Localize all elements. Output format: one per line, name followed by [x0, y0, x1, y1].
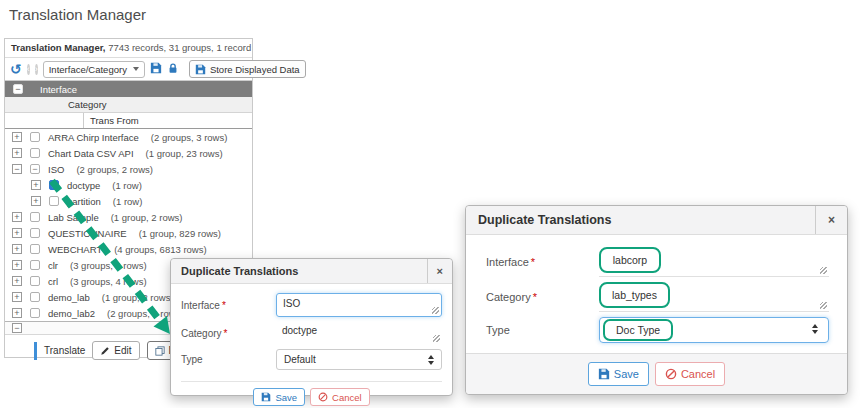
row-checkbox[interactable] — [30, 244, 40, 254]
expander-icon[interactable]: + — [12, 228, 22, 238]
tree-row[interactable]: + Lab Sample (1 group, 2 rows) — [5, 209, 252, 225]
expander-icon[interactable]: + — [12, 292, 22, 302]
cancel-label: Cancel — [332, 392, 362, 403]
type-field-label: Type — [181, 354, 276, 365]
interface-value: labcorp — [613, 254, 647, 266]
view-mode-select[interactable]: Interface/Category — [43, 61, 145, 78]
translate-button[interactable]: Translate — [34, 342, 85, 360]
category-value: lab_types — [612, 289, 657, 301]
row-checkbox[interactable] — [30, 292, 40, 302]
category-textarea[interactable]: doctype — [276, 325, 442, 341]
row-checkbox[interactable] — [30, 132, 40, 142]
checkbox-column-spacer — [5, 113, 84, 128]
tree-row[interactable]: + WEBCHART (4 groups, 6813 rows) — [5, 241, 252, 257]
required-marker: * — [531, 256, 535, 268]
type-select[interactable]: Doc Type — [599, 317, 829, 343]
highlight-ring: Doc Type — [603, 319, 673, 341]
save-button[interactable]: Save — [588, 362, 649, 386]
category-field-row: Category* lab_types — [486, 282, 829, 312]
interface-textarea[interactable]: labcorp — [599, 247, 829, 277]
row-checkbox[interactable]: − — [30, 164, 40, 174]
cancel-button[interactable]: Cancel — [655, 362, 725, 386]
store-displayed-data-button[interactable]: Store Displayed Data — [189, 60, 306, 78]
row-label: doctype — [67, 180, 100, 191]
resize-grip-icon[interactable] — [433, 335, 440, 342]
resize-grip-icon[interactable] — [820, 302, 827, 309]
row-label: demo_lab — [48, 292, 90, 303]
type-value: Doc Type — [616, 324, 660, 336]
resize-grip-icon[interactable] — [432, 307, 439, 314]
dialog-title: Duplicate Translations — [171, 259, 427, 283]
lock-icon[interactable] — [167, 62, 179, 76]
row-label: clr — [48, 260, 58, 271]
expander-icon[interactable]: + — [12, 244, 22, 254]
cancel-button[interactable]: Cancel — [310, 388, 370, 406]
row-checkbox[interactable] — [30, 276, 40, 286]
interface-value: ISO — [283, 298, 300, 309]
row-label: WEBCHART — [48, 244, 102, 255]
expander-icon[interactable]: + — [12, 148, 22, 158]
resize-grip-icon[interactable] — [820, 267, 827, 274]
expander-icon[interactable]: + — [12, 260, 22, 270]
tree-row[interactable]: + Chart Data CSV API (1 group, 23 rows) — [5, 145, 252, 161]
required-marker: * — [533, 291, 537, 303]
prev-icon[interactable]: ‹ — [27, 64, 30, 75]
row-checkbox[interactable] — [30, 228, 40, 238]
close-icon[interactable]: × — [815, 206, 847, 234]
expander-icon[interactable]: + — [12, 276, 22, 286]
row-meta: (1 row) — [112, 180, 142, 191]
row-label: crl — [48, 276, 58, 287]
row-meta: (1 group, 829 rows) — [139, 228, 221, 239]
row-checkbox[interactable]: ✓ — [49, 180, 59, 190]
row-checkbox[interactable] — [30, 212, 40, 222]
row-meta: (1 group, 2 rows) — [102, 292, 174, 303]
close-icon[interactable]: × — [427, 259, 452, 283]
edit-label: Edit — [114, 345, 131, 356]
expander-icon[interactable]: + — [31, 196, 41, 206]
interface-textarea[interactable]: ISO — [276, 293, 442, 317]
refresh-icon[interactable]: ↺ — [10, 63, 22, 75]
screen: Translation Manager Translation Manager,… — [0, 0, 860, 408]
row-label: Chart Data CSV API — [48, 148, 134, 159]
row-label: ARRA Chirp Interface — [48, 132, 139, 143]
category-textarea[interactable]: lab_types — [599, 282, 829, 312]
expander-icon[interactable]: + — [31, 180, 41, 190]
row-checkbox[interactable] — [30, 308, 40, 318]
save-icon — [195, 64, 206, 75]
category-group-header: Category — [5, 97, 252, 113]
interface-field-label: Interface* — [486, 256, 599, 268]
cancel-label: Cancel — [681, 368, 715, 380]
row-label: Lab Sample — [48, 212, 99, 223]
category-field-row: Category* doctype — [181, 325, 442, 341]
dialog-header: Duplicate Translations × — [171, 259, 452, 284]
highlight-ring: labcorp — [599, 247, 661, 273]
type-field-label: Type — [486, 324, 599, 336]
row-meta: (1 group, 2 rows) — [111, 212, 183, 223]
tree-row[interactable]: + ✓ doctype (1 row) — [5, 177, 252, 193]
expander-icon[interactable]: + — [12, 212, 22, 222]
tree-row[interactable]: + partition (1 row) — [5, 193, 252, 209]
row-checkbox[interactable] — [49, 196, 59, 206]
save-button[interactable]: Save — [253, 388, 305, 406]
cancel-icon — [665, 368, 677, 380]
save-icon[interactable] — [150, 62, 162, 76]
expander-icon[interactable]: + — [12, 308, 22, 318]
tree-row[interactable]: + ARRA Chirp Interface (2 groups, 3 rows… — [5, 129, 252, 145]
tree-row[interactable]: + QUESTIONNAIRE (1 group, 829 rows) — [5, 225, 252, 241]
row-meta: (3 groups, 4 rows) — [70, 276, 147, 287]
row-meta: (1 row) — [113, 196, 143, 207]
row-checkbox[interactable] — [30, 260, 40, 270]
copy-icon — [155, 346, 165, 356]
expander-icon[interactable]: − — [12, 323, 22, 333]
expander-icon[interactable]: − — [12, 164, 22, 174]
collapse-all-icon[interactable]: − — [13, 84, 23, 94]
edit-button[interactable]: Edit — [92, 341, 139, 360]
type-select[interactable]: Default — [276, 349, 442, 370]
tree-row[interactable]: − − ISO (2 groups, 2 rows) — [5, 161, 252, 177]
row-checkbox[interactable] — [30, 148, 40, 158]
expander-icon[interactable]: + — [12, 132, 22, 142]
page-title: Translation Manager — [9, 6, 146, 23]
dialog-footer: Save Cancel — [181, 381, 442, 406]
row-meta: (2 groups, 3 rows) — [151, 132, 228, 143]
next-icon[interactable]: › — [35, 64, 38, 75]
